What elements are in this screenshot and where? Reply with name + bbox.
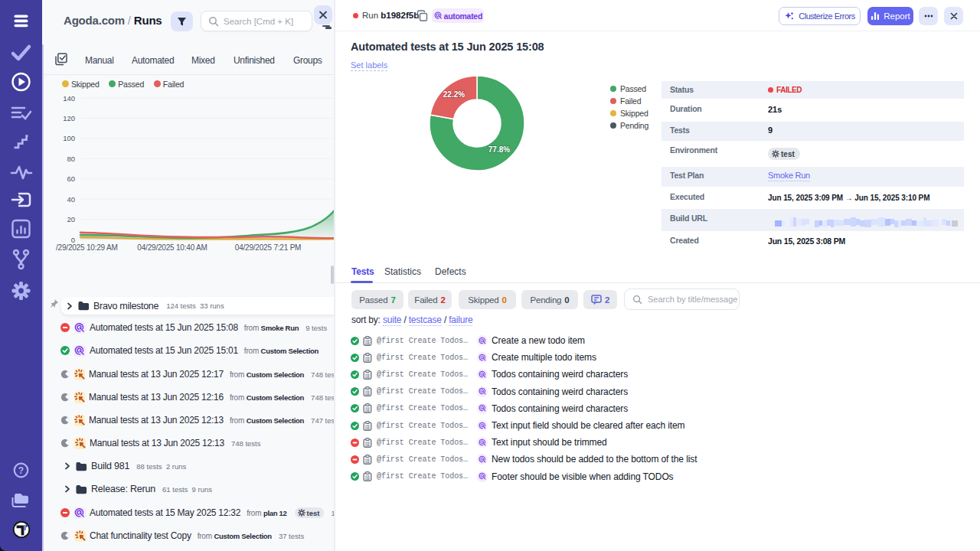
svg-text:?: ?	[18, 465, 24, 476]
svg-text:04/29/2025 7:21 PM: 04/29/2025 7:21 PM	[235, 243, 301, 252]
svg-text:77.8%: 77.8%	[488, 145, 510, 154]
svg-text:40: 40	[67, 195, 75, 204]
svg-text:22.2%: 22.2%	[443, 90, 465, 99]
svg-text:/29/2025 10:29 AM: /29/2025 10:29 AM	[56, 243, 118, 252]
svg-text:20: 20	[67, 215, 75, 223]
svg-text:80: 80	[67, 155, 75, 163]
svg-text:100: 100	[63, 134, 75, 142]
svg-text:60: 60	[67, 174, 75, 183]
svg-text:120: 120	[63, 114, 75, 122]
svg-text:04/29/2025 10:40 AM: 04/29/2025 10:40 AM	[137, 243, 207, 252]
svg-text:140: 140	[63, 94, 75, 103]
